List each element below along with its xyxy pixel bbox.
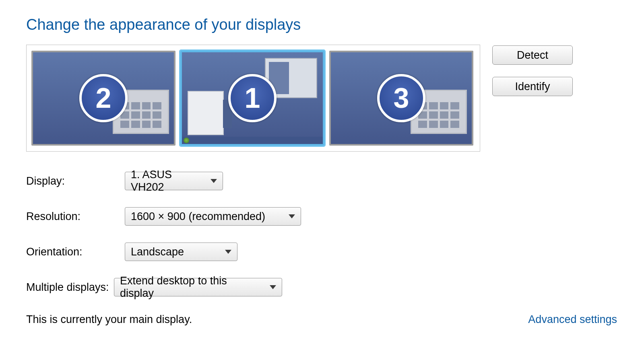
resolution-dropdown[interactable]: 644 × 362 (recommended) — [125, 207, 301, 226]
chevron-down-icon — [211, 179, 217, 183]
display-dropdown[interactable]: 1. ASUS VH202 — [125, 172, 223, 190]
chevron-down-icon — [289, 214, 295, 218]
detect-button[interactable]: Detect — [492, 45, 573, 65]
multiple-displays-dropdown[interactable]: Extend desktop to this display — [114, 278, 282, 296]
monitor-number-badge: 2 — [79, 74, 128, 122]
display-label: Display: — [26, 175, 125, 187]
gadget-preview-icon — [188, 91, 224, 135]
monitor-2[interactable]: 2 — [31, 51, 175, 146]
taskbar-preview-icon — [182, 137, 323, 144]
monitor-3[interactable]: 3 — [329, 51, 473, 146]
orientation-label: Orientation: — [26, 246, 125, 258]
resolution-label: Resolution: — [26, 210, 125, 223]
display-arrangement-box: 2 1 3 — [26, 45, 480, 152]
multiple-displays-label: Multiple displays: — [26, 281, 114, 294]
resolution-dropdown-value: 644 × 362 (recommended) — [131, 210, 265, 223]
advanced-settings-link[interactable]: Advanced settings — [528, 313, 617, 326]
monitor-number-badge: 1 — [228, 74, 277, 122]
main-display-status: This is currently your main display. — [26, 313, 192, 326]
monitor-number-badge: 3 — [377, 74, 425, 122]
orientation-dropdown-value: Landscape — [131, 246, 184, 258]
chevron-down-icon — [225, 250, 231, 254]
page-title: Change the appearance of your displays — [26, 16, 618, 33]
identify-button[interactable]: Identify — [492, 77, 573, 96]
monitor-1[interactable]: 1 — [180, 51, 324, 146]
display-dropdown-value: 1. ASUS VH202 — [131, 169, 203, 193]
multiple-displays-dropdown-value: Extend desktop to this display — [120, 275, 262, 300]
chevron-down-icon — [270, 285, 276, 289]
orientation-dropdown[interactable]: Landscape — [125, 243, 237, 261]
